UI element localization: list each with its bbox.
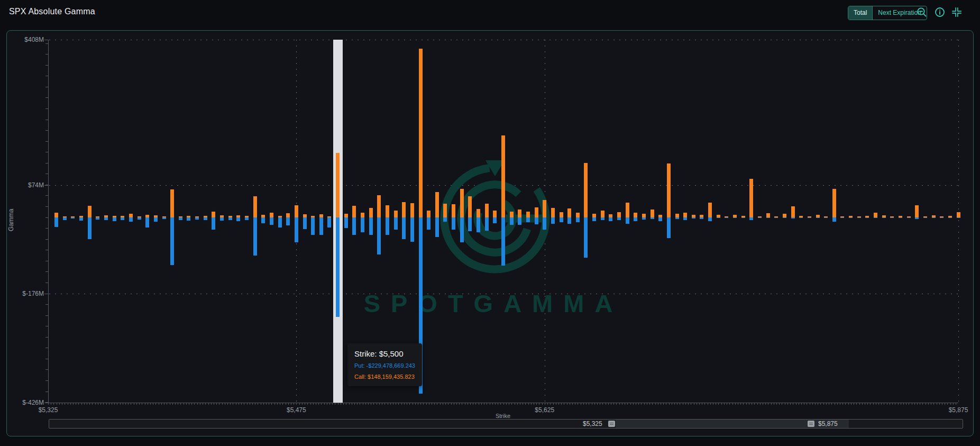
gamma-bar-put[interactable]	[261, 217, 265, 224]
gamma-bar-call[interactable]	[452, 204, 455, 217]
gamma-bar-put[interactable]	[733, 217, 737, 219]
gamma-bar-put[interactable]	[923, 217, 927, 219]
gamma-bar-call[interactable]	[54, 213, 58, 217]
toggle-total-button[interactable]: Total	[848, 6, 872, 20]
gamma-chart[interactable]: SPOTGAMMA Gamma Strike Strike: $5,500 Pu…	[7, 31, 974, 437]
slider-right-handle[interactable]	[808, 421, 814, 427]
gamma-bar-put[interactable]	[195, 217, 199, 220]
gamma-bar-call[interactable]	[88, 206, 91, 217]
gamma-bar-put[interactable]	[386, 217, 389, 235]
gamma-bar-call[interactable]	[253, 196, 257, 217]
gamma-bar-put[interactable]	[592, 217, 596, 221]
gamma-bar-put[interactable]	[501, 217, 505, 266]
gamma-bar-put[interactable]	[651, 217, 654, 219]
gamma-bar-put[interactable]	[63, 217, 67, 220]
gamma-bar-call[interactable]	[576, 213, 580, 217]
gamma-bar-put[interactable]	[899, 217, 902, 219]
gamma-bar-put[interactable]	[485, 217, 489, 231]
gamma-bar-put[interactable]	[543, 217, 546, 230]
gamma-bar-call[interactable]	[460, 189, 464, 217]
gamma-bar-call[interactable]	[212, 212, 215, 217]
gamma-bar-put[interactable]	[113, 217, 116, 221]
gamma-bar-put[interactable]	[88, 217, 91, 239]
gamma-bar-call[interactable]	[485, 204, 489, 217]
gamma-bar-put[interactable]	[840, 217, 844, 219]
gamma-bar-put[interactable]	[336, 217, 340, 317]
gamma-bar-call[interactable]	[567, 208, 571, 217]
gamma-bar-put[interactable]	[369, 217, 373, 235]
gamma-bar-call[interactable]	[477, 209, 480, 217]
gamma-bar-call[interactable]	[560, 212, 563, 217]
gamma-bar-put[interactable]	[700, 217, 703, 219]
gamma-bar-put[interactable]	[774, 217, 778, 219]
gamma-bar-call[interactable]	[493, 211, 497, 217]
gamma-bar-call[interactable]	[617, 212, 621, 217]
gamma-bar-call[interactable]	[874, 213, 877, 217]
gamma-bar-call[interactable]	[915, 205, 919, 217]
gamma-bar-put[interactable]	[717, 217, 720, 219]
gamma-bar-put[interactable]	[948, 217, 952, 219]
gamma-bar-call[interactable]	[957, 212, 960, 217]
gamma-bar-call[interactable]	[427, 211, 431, 217]
gamma-bar-put[interactable]	[791, 217, 795, 219]
gamma-bar-call[interactable]	[584, 163, 588, 217]
zoom-out-icon[interactable]	[915, 6, 928, 19]
gamma-bar-put[interactable]	[957, 217, 960, 219]
gamma-bar-call[interactable]	[369, 208, 373, 217]
gamma-bar-put[interactable]	[319, 217, 323, 235]
gamma-bar-put[interactable]	[658, 217, 662, 221]
gamma-bar-put[interactable]	[560, 217, 563, 222]
gamma-bar-put[interactable]	[352, 217, 356, 235]
gamma-bar-put[interactable]	[518, 217, 521, 225]
gamma-bar-call[interactable]	[336, 153, 340, 217]
gamma-bar-put[interactable]	[394, 217, 398, 230]
gamma-bar-put[interactable]	[683, 217, 687, 220]
gamma-bar-call[interactable]	[394, 211, 398, 217]
gamma-bar-put[interactable]	[675, 217, 679, 219]
gamma-bar-call[interactable]	[675, 214, 679, 217]
gamma-bar-put[interactable]	[832, 217, 836, 222]
gamma-bar-put[interactable]	[725, 217, 728, 219]
gamma-bar-call[interactable]	[510, 212, 514, 217]
gamma-bar-put[interactable]	[609, 217, 612, 221]
gamma-bar-put[interactable]	[493, 217, 497, 224]
gamma-bar-put[interactable]	[667, 217, 671, 238]
gamma-bar-call[interactable]	[708, 203, 712, 217]
gamma-bar-put[interactable]	[303, 217, 307, 229]
gamma-bar-put[interactable]	[551, 217, 555, 224]
gamma-bar-call[interactable]	[129, 214, 133, 217]
gamma-bar-call[interactable]	[601, 211, 605, 217]
gamma-bar-call[interactable]	[468, 196, 472, 217]
gamma-bar-put[interactable]	[576, 217, 580, 222]
gamma-bar-call[interactable]	[344, 214, 348, 217]
gamma-bar-put[interactable]	[584, 217, 588, 258]
gamma-bar-call[interactable]	[435, 192, 439, 217]
gamma-bar-put[interactable]	[427, 217, 431, 230]
gamma-bar-put[interactable]	[179, 217, 182, 220]
info-icon[interactable]	[933, 6, 946, 19]
gamma-bar-put[interactable]	[766, 217, 770, 219]
gamma-bar-put[interactable]	[212, 217, 215, 230]
gamma-bar-call[interactable]	[518, 210, 521, 217]
gamma-bar-put[interactable]	[452, 217, 455, 230]
gamma-bar-call[interactable]	[443, 204, 447, 217]
gamma-bar-put[interactable]	[443, 217, 447, 222]
gamma-bar-put[interactable]	[79, 217, 83, 221]
gamma-bar-call[interactable]	[667, 163, 671, 217]
gamma-bar-call[interactable]	[783, 214, 786, 217]
gamma-bar-put[interactable]	[932, 217, 936, 219]
gamma-bar-call[interactable]	[832, 189, 836, 217]
gamma-bar-put[interactable]	[129, 217, 133, 222]
gamma-bar-put[interactable]	[245, 217, 249, 221]
gamma-bar-put[interactable]	[228, 217, 232, 221]
gamma-bar-call[interactable]	[634, 213, 637, 217]
gamma-bar-put[interactable]	[510, 217, 514, 225]
gamma-bar-call[interactable]	[592, 214, 596, 217]
gamma-bar-call[interactable]	[352, 206, 356, 217]
gamma-bar-put[interactable]	[626, 217, 629, 224]
gamma-bar-call[interactable]	[535, 207, 538, 217]
gamma-bar-put[interactable]	[907, 217, 911, 219]
gamma-bar-put[interactable]	[567, 217, 571, 224]
gamma-bar-call[interactable]	[543, 200, 546, 217]
gamma-bar-call[interactable]	[683, 213, 687, 217]
